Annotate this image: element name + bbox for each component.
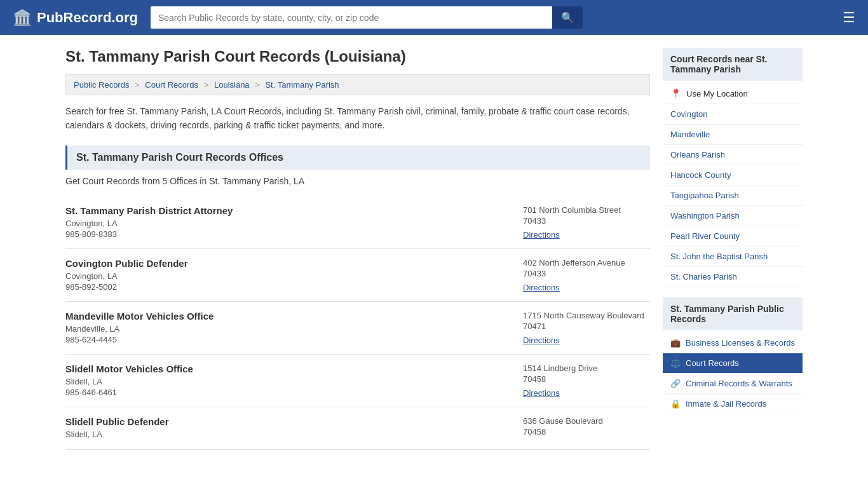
office-name: Slidell Public Defender — [65, 416, 510, 427]
office-street: 1514 Lindberg Drive — [523, 363, 650, 373]
office-info: Mandeville Motor Vehicles Office Mandevi… — [65, 311, 510, 344]
office-name: Covington Public Defender — [65, 258, 510, 269]
search-button[interactable]: 🔍 — [552, 6, 583, 29]
record-type-label: Business Licenses & Records — [686, 338, 795, 348]
record-type-label: Criminal Records & Warrants — [686, 379, 792, 388]
record-type-icon: 💼 — [670, 338, 681, 348]
office-name: St. Tammany Parish District Attorney — [65, 205, 510, 216]
office-phone: 985-624-4445 — [65, 335, 510, 344]
office-zip: 70433 — [523, 269, 650, 278]
content-area: St. Tammany Parish Court Records (Louisi… — [65, 48, 650, 450]
logo-icon: 🏛️ — [13, 9, 32, 27]
nearby-item[interactable]: Mandeville — [663, 125, 803, 145]
nearby-item[interactable]: Hancock County — [663, 165, 803, 186]
nearby-item[interactable]: Pearl River County — [663, 226, 803, 247]
office-city-state: Covington, LA — [65, 271, 510, 281]
offices-count: Get Court Records from 5 Offices in St. … — [65, 176, 650, 186]
search-icon: 🔍 — [561, 12, 574, 23]
site-logo[interactable]: 🏛️ PubRecord.org — [13, 9, 138, 27]
office-street: 1715 North Causeway Boulevard — [523, 311, 650, 320]
office-right: 636 Gause Boulevard 70458 — [523, 416, 650, 440]
office-city-state: Mandeville, LA — [65, 324, 510, 334]
menu-button[interactable]: ☰ — [843, 10, 855, 26]
location-icon: 📍 — [670, 88, 681, 98]
office-card: Slidell Motor Vehicles Office Slidell, L… — [65, 355, 650, 407]
directions-link[interactable]: Directions — [523, 336, 560, 345]
record-type-icon: 🔒 — [670, 399, 681, 409]
public-records-item[interactable]: ⚖️Court Records — [663, 353, 803, 374]
office-card: Slidell Public Defender Slidell, LA 636 … — [65, 407, 650, 450]
record-type-label: Inmate & Jail Records — [686, 399, 766, 409]
main-container: St. Tammany Parish Court Records (Louisi… — [53, 35, 815, 463]
office-right: 701 North Columbia Street 70433 Directio… — [523, 205, 650, 240]
public-records-header: St. Tammany Parish Public Records — [663, 297, 803, 330]
breadcrumb-louisiana[interactable]: Louisiana — [214, 80, 250, 90]
record-type-label: Court Records — [686, 358, 739, 368]
record-type-icon: 🔗 — [670, 379, 681, 388]
directions-link[interactable]: Directions — [523, 283, 560, 292]
office-street: 402 North Jefferson Avenue — [523, 258, 650, 268]
search-input[interactable] — [151, 6, 552, 29]
search-bar: 🔍 — [151, 6, 583, 29]
breadcrumb-st-tammany[interactable]: St. Tammany Parish — [265, 80, 339, 90]
office-info: Slidell Public Defender Slidell, LA — [65, 416, 510, 440]
office-zip: 70458 — [523, 374, 650, 384]
office-street: 636 Gause Boulevard — [523, 416, 650, 426]
menu-icon: ☰ — [843, 10, 855, 25]
office-city-state: Slidell, LA — [65, 377, 510, 386]
nearby-header: Court Records near St. Tammany Parish — [663, 48, 803, 81]
office-name: Slidell Motor Vehicles Office — [65, 363, 510, 374]
office-zip: 70433 — [523, 216, 650, 226]
office-right: 1715 North Causeway Boulevard 70471 Dire… — [523, 311, 650, 345]
logo-text: PubRecord.org — [37, 10, 138, 26]
office-right: 1514 Lindberg Drive 70458 Directions — [523, 363, 650, 398]
use-location-label: Use My Location — [686, 89, 748, 98]
office-zip: 70458 — [523, 427, 650, 437]
office-info: Slidell Motor Vehicles Office Slidell, L… — [65, 363, 510, 397]
site-header: 🏛️ PubRecord.org 🔍 ☰ — [0, 0, 868, 35]
office-info: St. Tammany Parish District Attorney Cov… — [65, 205, 510, 239]
nearby-item[interactable]: St. John the Baptist Parish — [663, 247, 803, 267]
office-info: Covington Public Defender Covington, LA … — [65, 258, 510, 292]
nearby-item[interactable]: Covington — [663, 104, 803, 125]
directions-link[interactable]: Directions — [523, 230, 560, 240]
office-card: Covington Public Defender Covington, LA … — [65, 249, 650, 302]
sidebar: Court Records near St. Tammany Parish 📍 … — [663, 48, 803, 450]
nearby-item[interactable]: St. Charles Parish — [663, 267, 803, 287]
nearby-items-list: CovingtonMandevilleOrleans ParishHancock… — [663, 104, 803, 287]
office-name: Mandeville Motor Vehicles Office — [65, 311, 510, 322]
office-zip: 70471 — [523, 322, 650, 331]
page-title: St. Tammany Parish Court Records (Louisi… — [65, 48, 650, 65]
breadcrumb-court-records[interactable]: Court Records — [145, 80, 198, 90]
public-records-item[interactable]: 🔒Inmate & Jail Records — [663, 394, 803, 414]
offices-section-header: St. Tammany Parish Court Records Offices — [65, 146, 650, 170]
nearby-item[interactable]: Tangipahoa Parish — [663, 186, 803, 206]
use-location-item[interactable]: 📍 Use My Location — [663, 83, 803, 104]
office-city-state: Slidell, LA — [65, 430, 510, 439]
office-city-state: Covington, LA — [65, 219, 510, 228]
breadcrumb-public-records[interactable]: Public Records — [74, 80, 129, 90]
breadcrumb: Public Records > Court Records > Louisia… — [65, 74, 650, 95]
record-type-icon: ⚖️ — [670, 358, 681, 368]
public-records-list: 💼Business Licenses & Records⚖️Court Reco… — [663, 333, 803, 414]
directions-link[interactable]: Directions — [523, 388, 560, 398]
public-records-item[interactable]: 🔗Criminal Records & Warrants — [663, 374, 803, 394]
office-phone: 985-646-6461 — [65, 388, 510, 397]
offices-list: St. Tammany Parish District Attorney Cov… — [65, 196, 650, 450]
page-description: Search for free St. Tammany Parish, LA C… — [65, 104, 650, 133]
nearby-item[interactable]: Washington Parish — [663, 206, 803, 226]
public-records-item[interactable]: 💼Business Licenses & Records — [663, 333, 803, 353]
office-street: 701 North Columbia Street — [523, 205, 650, 215]
office-card: St. Tammany Parish District Attorney Cov… — [65, 196, 650, 249]
office-phone: 985-892-5002 — [65, 282, 510, 292]
nearby-item[interactable]: Orleans Parish — [663, 145, 803, 165]
public-records-section: St. Tammany Parish Public Records 💼Busin… — [663, 297, 803, 414]
office-card: Mandeville Motor Vehicles Office Mandevi… — [65, 302, 650, 355]
nearby-section: Court Records near St. Tammany Parish 📍 … — [663, 48, 803, 287]
office-right: 402 North Jefferson Avenue 70433 Directi… — [523, 258, 650, 292]
office-phone: 985-809-8383 — [65, 229, 510, 239]
